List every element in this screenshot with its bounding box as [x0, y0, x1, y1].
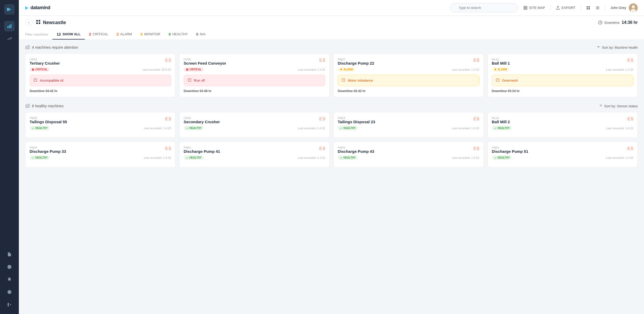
status-badge-cr03: CRITICAL [30, 67, 50, 72]
attention-sort-label: Sort by: Machine health [602, 46, 638, 49]
topbar-actions: SITE MAP EXPORT John Grey [523, 3, 638, 12]
machine-card-pm23[interactable]: PM23 Tailings Disposal 23 ((·)) HEALTHY … [333, 112, 484, 138]
sensor-icon-cr02: ((·)) [319, 116, 325, 121]
filter-label: Filter machines [25, 32, 48, 36]
svg-rect-10 [524, 6, 525, 8]
last-recorded-pm55: Last recorded: 1.4.22 [144, 127, 171, 130]
list-view-button[interactable] [596, 6, 600, 10]
attention-sort-button[interactable]: Sort by: Machine health [597, 46, 638, 49]
status-badge-pm33: HEALTHY [30, 155, 49, 160]
site-map-label: SITE MAP [529, 6, 545, 10]
svg-rect-17 [587, 8, 588, 9]
card-name-ml01: Ball Mill 1 [492, 61, 510, 65]
sidebar-item-info[interactable] [4, 262, 15, 272]
svg-rect-2 [8, 26, 8, 28]
sensor-icon-cr03: ((·)) [165, 58, 171, 62]
filter-label-healthy: HEALTHY [172, 32, 188, 36]
filter-count-healthy: 8 [169, 32, 171, 36]
machine-card-pm55[interactable]: PM55 Tailings Disposal 55 ((·)) HEALTHY … [25, 112, 176, 138]
site-map-button[interactable]: SITE MAP [523, 6, 545, 10]
machine-card-ml02[interactable]: ML02 Ball Mill 2 ((·)) HEALTHY Last reco… [487, 112, 638, 138]
page-header-top: ‹ Newcastle Downtime [25, 19, 638, 26]
status-badge-pm55: HEALTHY [30, 126, 49, 130]
sidebar-item-document[interactable] [4, 249, 15, 260]
export-button[interactable]: EXPORT [556, 6, 575, 10]
last-recorded-cr03: Last recorded: 25.9.22 [142, 68, 171, 71]
machine-card-cr02[interactable]: CR02 Secondary Crusher ((·)) HEALTHY Las… [179, 112, 330, 138]
alert-icon-cr03 [34, 78, 37, 83]
last-recorded-pm43: Last recorded: 1.4.22 [452, 156, 479, 159]
sensor-icon-pm43: ((·)) [473, 146, 479, 150]
svg-rect-18 [589, 8, 590, 9]
last-recorded-pm22: Last recorded: 1.4.22 [452, 68, 479, 71]
healthy-cards-grid: PM55 Tailings Disposal 55 ((·)) HEALTHY … [25, 112, 638, 167]
filter-label-critical: CRITICAL [93, 32, 108, 36]
filter-count-all: 12 [57, 32, 61, 36]
filter-tab-all[interactable]: 12 SHOW ALL [52, 29, 85, 40]
last-recorded-pm33: Last recorded: 1.4.22 [144, 156, 171, 159]
sidebar-logo[interactable] [4, 4, 15, 15]
filter-tab-healthy[interactable]: 8 HEALTHY [164, 29, 192, 40]
card-id-pm51: PM51 [492, 146, 528, 149]
alert-icon-pm22 [342, 78, 345, 83]
page-header: ‹ Newcastle Downtime [19, 16, 644, 40]
brand-name: datamind [30, 5, 50, 10]
sensor-icon-pm51: ((·)) [627, 146, 633, 150]
status-row-pm22: ALARM Last recorded: 1.4.22 [338, 67, 479, 72]
sidebar-item-settings[interactable] [4, 287, 15, 297]
healthy-sort-button[interactable]: Sort by: Sensor status [599, 104, 638, 108]
status-row-pm43: HEALTHY Last recorded: 1.4.22 [338, 155, 479, 160]
card-name-ml02: Ball Mill 2 [492, 120, 510, 124]
svg-rect-15 [587, 6, 588, 8]
attention-cards-grid: CR03 Tertiary Crusher ((·)) CRITICAL Las… [25, 53, 638, 97]
svg-rect-26 [39, 20, 40, 21]
healthy-section: 8 healthy machines Sort by: Sensor statu… [25, 104, 638, 167]
status-badge-cr02: HEALTHY [184, 126, 204, 130]
sensor-icon-ml02: ((·)) [627, 116, 633, 121]
machine-card-cv06[interactable]: CV06 Screen Feed Conveyor ((·)) CRITICAL… [179, 53, 330, 97]
grid-view-button[interactable] [586, 6, 590, 10]
card-name-pm51: Discharge Pump 51 [492, 149, 528, 154]
filter-tab-monitor[interactable]: 0 MONITOR [136, 29, 164, 40]
machine-card-pm33[interactable]: PM33 Discharge Pump 33 ((·)) HEALTHY Las… [25, 142, 176, 167]
svg-rect-19 [596, 7, 599, 7]
alert-box-cr03: Incompatible oil [30, 75, 171, 86]
alert-text-ml01: Gearmesh [502, 78, 518, 82]
alert-box-cv06: Run off [184, 75, 325, 86]
search-input[interactable] [450, 3, 518, 13]
machine-card-pm41[interactable]: PM41 Discharge Pump 41 ((·)) HEALTHY Las… [179, 142, 330, 167]
filter-count-na: 0 [196, 32, 198, 36]
machine-card-pm22[interactable]: PM22 Discharge Pump 22 ((·)) ALARM Last … [333, 53, 484, 97]
play-icon: ▶ [25, 5, 28, 10]
sidebar [0, 0, 19, 314]
svg-rect-55 [27, 104, 28, 108]
machine-card-cr03[interactable]: CR03 Tertiary Crusher ((·)) CRITICAL Las… [25, 53, 176, 97]
status-badge-pm22: ALARM [338, 67, 355, 72]
last-recorded-ml02: Last recorded: 1.4.22 [606, 127, 633, 130]
sidebar-item-logout[interactable] [4, 299, 15, 310]
sidebar-item-trending[interactable] [4, 33, 15, 44]
machine-card-pm51[interactable]: PM51 Discharge Pump 51 ((·)) HEALTHY Las… [487, 142, 638, 167]
sidebar-item-bell[interactable] [4, 274, 15, 285]
svg-rect-56 [28, 104, 30, 108]
svg-rect-32 [28, 46, 30, 49]
filter-tab-na[interactable]: 0 N/A [192, 29, 210, 40]
svg-rect-11 [526, 6, 527, 8]
filter-tab-alarm[interactable]: 2 ALARM [112, 29, 136, 40]
card-id-pm55: PM55 [30, 116, 67, 120]
export-label: EXPORT [562, 6, 575, 10]
svg-rect-30 [26, 46, 27, 49]
card-id-pm22: PM22 [338, 58, 374, 61]
filter-tab-critical[interactable]: 2 CRITICAL [85, 29, 113, 40]
svg-point-23 [632, 5, 635, 8]
machine-card-ml01[interactable]: ML01 Ball Mill 1 ((·)) ALARM Last record… [487, 53, 638, 97]
sidebar-item-chart[interactable] [4, 21, 15, 31]
status-badge-pm51: HEALTHY [492, 155, 512, 160]
svg-rect-3 [9, 25, 10, 28]
machine-card-pm43[interactable]: PM43 Discharge Pump 43 ((·)) HEALTHY Las… [333, 142, 484, 167]
avatar [629, 3, 638, 12]
status-row-pm51: HEALTHY Last recorded: 1.4.22 [492, 155, 634, 160]
back-button[interactable]: ‹ [25, 19, 32, 26]
svg-rect-12 [524, 8, 525, 9]
card-name-pm33: Discharge Pump 33 [30, 149, 66, 154]
